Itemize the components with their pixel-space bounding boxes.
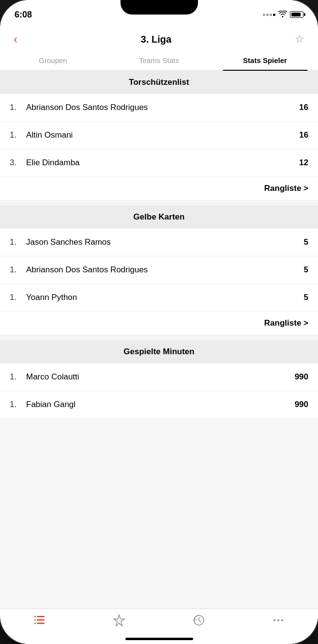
svg-rect-4	[34, 619, 36, 621]
svg-rect-2	[37, 623, 45, 624]
phone-frame: 6:08	[0, 0, 318, 644]
svg-rect-3	[34, 616, 36, 617]
tab-stats-spieler[interactable]: Stats Spieler	[212, 50, 318, 70]
svg-point-8	[277, 619, 279, 621]
stat-value: 5	[289, 293, 308, 302]
table-row: 1. Altin Osmani 16	[0, 122, 318, 149]
rank: 1.	[10, 237, 24, 247]
status-icons	[263, 11, 303, 19]
clock-icon	[193, 614, 205, 629]
stat-value: 990	[289, 400, 308, 409]
table-row: 1. Abrianson Dos Santos Rodrigues 5	[0, 256, 318, 284]
section-divider-1	[0, 201, 318, 205]
stat-value: 5	[289, 237, 308, 247]
section-title-gespielte-minuten: Gespielte Minuten	[0, 340, 318, 363]
player-name: Marco Colautti	[26, 372, 289, 382]
bottom-nav-favorites[interactable]	[79, 614, 159, 629]
rank: 1.	[10, 400, 24, 409]
svg-rect-1	[37, 619, 45, 621]
rank: 3.	[10, 158, 24, 168]
table-row: 1. Fabian Gangl 990	[0, 391, 318, 419]
rangliste-row-2: Rangliste >	[0, 312, 318, 335]
status-time: 6:08	[15, 10, 32, 20]
back-button[interactable]: ‹	[10, 31, 21, 48]
bottom-nav-more[interactable]	[239, 614, 318, 629]
stat-value: 16	[289, 130, 308, 140]
bottom-nav-list[interactable]	[0, 614, 79, 629]
section-title-gelbe-karten: Gelbe Karten	[0, 205, 318, 229]
player-name: Abrianson Dos Santos Rodrigues	[26, 265, 289, 275]
rank: 1.	[10, 372, 24, 382]
content-area: Torschützenlist 1. Abrianson Dos Santos …	[0, 71, 318, 609]
tab-teams-stats[interactable]: Teams Stats	[106, 50, 212, 70]
rangliste-link-1[interactable]: Rangliste >	[264, 184, 308, 193]
rank: 1.	[10, 103, 24, 112]
section-gelbe-karten: Gelbe Karten 1. Jason Sanches Ramos 5 1.…	[0, 205, 318, 335]
nav-header: ‹ 3. Liga ☆	[0, 26, 318, 50]
signal-icon	[263, 14, 275, 16]
section-title-torschutzenlist: Torschützenlist	[0, 71, 318, 94]
svg-point-9	[281, 619, 283, 621]
stat-value: 990	[289, 372, 308, 382]
rank: 1.	[10, 293, 24, 302]
section-torschutzenlist: Torschützenlist 1. Abrianson Dos Santos …	[0, 71, 318, 201]
stat-value: 5	[289, 265, 308, 275]
table-row: 1. Yoann Python 5	[0, 284, 318, 312]
section-body-torschutzenlist: 1. Abrianson Dos Santos Rodrigues 16 1. …	[0, 94, 318, 201]
phone-screen: 6:08	[0, 0, 318, 644]
page-title: 3. Liga	[141, 34, 171, 45]
rangliste-row-1: Rangliste >	[0, 177, 318, 201]
player-name: Yoann Python	[26, 293, 289, 302]
tab-bar: Groupen Teams Stats Stats Spieler	[0, 50, 318, 71]
stat-value: 12	[289, 158, 308, 168]
favorite-button[interactable]: ☆	[291, 31, 308, 47]
rank: 1.	[10, 265, 24, 275]
section-gespielte-minuten: Gespielte Minuten 1. Marco Colautti 990 …	[0, 340, 318, 419]
tab-groupen[interactable]: Groupen	[0, 50, 106, 70]
section-body-gelbe-karten: 1. Jason Sanches Ramos 5 1. Abrianson Do…	[0, 229, 318, 335]
table-row: 3. Elie Dindamba 12	[0, 149, 318, 177]
rank: 1.	[10, 130, 24, 140]
table-row: 1. Jason Sanches Ramos 5	[0, 229, 318, 256]
table-row: 1. Marco Colautti 990	[0, 363, 318, 391]
section-divider-2	[0, 335, 318, 340]
notch	[121, 0, 198, 15]
stat-value: 16	[289, 103, 308, 112]
svg-point-7	[273, 619, 275, 621]
section-body-gespielte-minuten: 1. Marco Colautti 990 1. Fabian Gangl 99…	[0, 363, 318, 419]
star-icon	[113, 614, 125, 629]
player-name: Altin Osmani	[26, 130, 289, 140]
table-row: 1. Abrianson Dos Santos Rodrigues 16	[0, 94, 318, 122]
svg-rect-5	[34, 623, 36, 624]
player-name: Elie Dindamba	[26, 158, 289, 168]
wifi-icon	[278, 11, 287, 19]
battery-icon	[290, 11, 303, 18]
list-icon	[33, 614, 46, 628]
player-name: Jason Sanches Ramos	[26, 237, 289, 247]
rangliste-link-2[interactable]: Rangliste >	[264, 318, 308, 328]
home-indicator	[125, 638, 193, 640]
svg-rect-0	[37, 616, 45, 617]
more-icon	[272, 614, 285, 629]
player-name: Fabian Gangl	[26, 400, 289, 409]
bottom-nav-history[interactable]	[159, 614, 239, 629]
player-name: Abrianson Dos Santos Rodrigues	[26, 103, 289, 112]
